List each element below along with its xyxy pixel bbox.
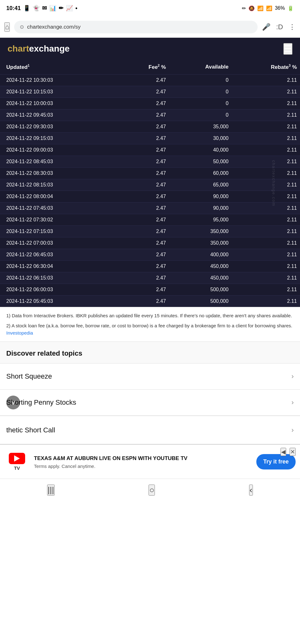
table-cell-0-2: 0 — [169, 74, 232, 86]
hamburger-menu-button[interactable]: ☰ — [283, 43, 292, 55]
table-cell-0-0: 2024-11-22 10:30:03 — [0, 74, 119, 86]
edit-icon: ✏ — [242, 5, 246, 11]
table-cell-0-1: 2.47 — [119, 74, 169, 86]
status-right: ✏ 🔕 📶 📶 36% 🔋 — [242, 5, 294, 11]
topic-item-synthetic-short-call[interactable]: thetic Short Call › — [0, 416, 300, 444]
browser-actions: 🎤 :D ⋮ — [262, 23, 296, 31]
table-row: 2024-11-22 06:30:042.47450,0002.11 — [0, 260, 300, 272]
table-body: 2024-11-22 10:30:032.4702.112024-11-22 1… — [0, 74, 300, 307]
wifi-icon: 📶 — [257, 5, 264, 11]
table-cell-16-1: 2.47 — [119, 260, 169, 272]
partial-topic-container: ∨ thetic Short Call › — [0, 416, 300, 444]
more-options-icon[interactable]: ⋮ — [289, 23, 296, 31]
table-cell-2-3: 2.11 — [232, 97, 300, 109]
url-bar[interactable]: ⊙ chartexchange.com/sy — [14, 21, 258, 33]
table-cell-18-1: 2.47 — [119, 284, 169, 295]
table-cell-10-0: 2024-11-22 08:00:04 — [0, 191, 119, 202]
ad-back-button[interactable]: ◀ — [281, 448, 286, 456]
table-row: 2024-11-22 08:45:032.4750,0002.11 — [0, 156, 300, 167]
table-row: 2024-11-22 07:15:032.47350,0002.11 — [0, 225, 300, 237]
table-cell-16-2: 450,000 — [169, 260, 232, 272]
table-cell-16-3: 2.11 — [232, 260, 300, 272]
investopedia-link[interactable]: Investopedia — [6, 330, 33, 336]
microphone-icon[interactable]: 🎤 — [262, 23, 270, 31]
ad-text-block: TEXAS A&M AT AUBURN LIVE ON ESPN WITH YO… — [34, 455, 252, 469]
android-back-button[interactable]: ‹ — [249, 485, 253, 496]
logo-chart: chart — [8, 44, 29, 53]
table-cell-5-1: 2.47 — [119, 132, 169, 144]
table-cell-13-3: 2.11 — [232, 225, 300, 237]
table-row: 2024-11-22 10:00:032.4702.11 — [0, 97, 300, 109]
table-row: 2024-11-22 07:30:022.4795,0002.11 — [0, 214, 300, 225]
table-cell-6-3: 2.11 — [232, 144, 300, 156]
table-cell-12-3: 2.11 — [232, 214, 300, 225]
chevron-right-icon-2: › — [292, 398, 294, 407]
table-header-row: Updated1 Fee2 % Available Rebate3 % — [0, 60, 300, 74]
ad-close-button[interactable]: ✕ — [290, 448, 296, 456]
table-cell-2-0: 2024-11-22 10:00:03 — [0, 97, 119, 109]
chevron-right-icon-3: › — [292, 426, 294, 434]
table-cell-6-0: 2024-11-22 09:00:03 — [0, 144, 119, 156]
table-row: 2024-11-22 10:15:032.4702.11 — [0, 86, 300, 97]
table-cell-13-0: 2024-11-22 07:15:03 — [0, 225, 119, 237]
related-topics-header: Discover related topics — [0, 342, 300, 364]
related-topics-section: Discover related topics Short Squeeze › … — [0, 341, 300, 444]
mute-icon: 🔕 — [248, 5, 255, 11]
table-row: 2024-11-22 07:45:032.4790,0002.11 — [0, 202, 300, 214]
table-cell-1-0: 2024-11-22 10:15:03 — [0, 86, 119, 97]
table-cell-11-1: 2.47 — [119, 202, 169, 214]
table-cell-15-2: 400,000 — [169, 249, 232, 260]
table-cell-9-2: 65,000 — [169, 179, 232, 191]
phone-icon: 📱 — [23, 5, 30, 12]
try-free-button[interactable]: Try it free — [256, 454, 296, 469]
table-cell-1-3: 2.11 — [232, 86, 300, 97]
table-cell-4-0: 2024-11-22 09:30:03 — [0, 121, 119, 132]
table-cell-3-0: 2024-11-22 09:45:03 — [0, 109, 119, 121]
data-table-section: chartexchange.com Updated1 Fee2 % Availa… — [0, 60, 300, 307]
emoji-face-icon[interactable]: :D — [276, 23, 283, 31]
col-header-fee: Fee2 % — [119, 60, 169, 74]
status-left: 10:41 📱 👻 ✉ 📊 ✏ 📈 • — [6, 5, 77, 12]
android-home-button[interactable]: ○ — [149, 485, 155, 496]
table-cell-7-2: 50,000 — [169, 156, 232, 167]
watermark: chartexchange.com — [271, 160, 276, 206]
table-cell-6-1: 2.47 — [119, 144, 169, 156]
ad-terms: Terms apply. Cancel anytime. — [34, 464, 252, 469]
table-cell-14-0: 2024-11-22 07:00:03 — [0, 237, 119, 249]
topic-item-short-squeeze[interactable]: Short Squeeze › — [0, 364, 300, 390]
table-cell-3-2: 0 — [169, 109, 232, 121]
table-row: 2024-11-22 08:30:032.4760,0002.11 — [0, 167, 300, 179]
table-cell-2-1: 2.47 — [119, 97, 169, 109]
table-cell-14-2: 350,000 — [169, 237, 232, 249]
table-cell-18-3: 2.11 — [232, 284, 300, 295]
table-cell-7-3: 2.11 — [232, 156, 300, 167]
table-cell-11-2: 90,000 — [169, 202, 232, 214]
table-cell-19-3: 2.11 — [232, 295, 300, 307]
table-cell-9-1: 2.47 — [119, 179, 169, 191]
table-cell-19-1: 2.47 — [119, 295, 169, 307]
youtube-play-icon — [9, 453, 25, 464]
col-header-available: Available — [169, 60, 232, 74]
borrow-data-table: Updated1 Fee2 % Available Rebate3 % 2024… — [0, 60, 300, 307]
table-cell-5-3: 2.11 — [232, 132, 300, 144]
table-cell-16-0: 2024-11-22 06:30:04 — [0, 260, 119, 272]
table-cell-13-1: 2.47 — [119, 225, 169, 237]
scroll-down-indicator[interactable]: ∨ — [6, 396, 20, 409]
table-cell-12-1: 2.47 — [119, 214, 169, 225]
home-button[interactable]: ⌂ — [4, 22, 10, 32]
table-cell-8-3: 2.11 — [232, 167, 300, 179]
topic-item-shorting-penny[interactable]: Shorting Penny Stocks › — [0, 390, 300, 416]
table-cell-11-0: 2024-11-22 07:45:03 — [0, 202, 119, 214]
footnotes-section: 1) Data from Interactive Brokers. IBKR p… — [0, 307, 300, 342]
table-cell-19-0: 2024-11-22 05:45:03 — [0, 295, 119, 307]
table-cell-3-1: 2.47 — [119, 109, 169, 121]
table-cell-15-0: 2024-11-22 06:45:03 — [0, 249, 119, 260]
table-cell-14-1: 2.47 — [119, 237, 169, 249]
status-bar: 10:41 📱 👻 ✉ 📊 ✏ 📈 • ✏ 🔕 📶 📶 36% 🔋 — [0, 0, 300, 16]
topic-label-synthetic-short-call: thetic Short Call — [6, 426, 55, 434]
table-cell-17-1: 2.47 — [119, 272, 169, 284]
table-cell-9-0: 2024-11-22 08:15:03 — [0, 179, 119, 191]
signal-icon: 📶 — [266, 5, 272, 11]
android-recent-apps-button[interactable]: ||| — [47, 485, 55, 496]
table-row: 2024-11-22 09:15:032.4730,0002.11 — [0, 132, 300, 144]
